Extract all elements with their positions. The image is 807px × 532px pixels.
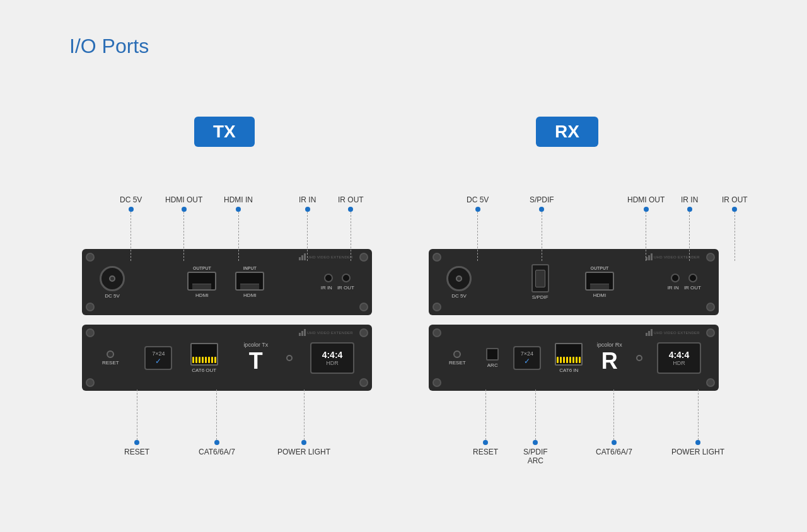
annotation-tx-ir-in-label: IR IN bbox=[299, 195, 316, 204]
line-rx-ir-in bbox=[689, 212, 690, 261]
annotation-rx-dc5v: DC 5V bbox=[467, 195, 489, 261]
annotation-rx-cat6: CAT6/6A/7 bbox=[596, 390, 632, 456]
line-rx-power bbox=[698, 390, 699, 440]
line-rx-hdmi-out bbox=[646, 212, 646, 261]
cat6-label: CAT6 IN bbox=[559, 367, 578, 373]
tx-color-badge: 4:4:4 HDR bbox=[310, 342, 354, 374]
dot-rx-spdif bbox=[539, 207, 544, 212]
tx-logo-icon: T bbox=[249, 348, 263, 374]
annotation-tx-dc5v: DC 5V bbox=[120, 195, 142, 261]
dot-tx-cat6 bbox=[214, 440, 219, 445]
contact7 bbox=[211, 357, 213, 363]
tx-ir-in-port bbox=[324, 274, 333, 282]
dot-rx-dc5v bbox=[475, 207, 480, 212]
ir-ports-row bbox=[671, 274, 697, 282]
rx-bottom-panel-inner: RESET ARC 7×24 ✓ bbox=[429, 325, 719, 391]
tx-ir-out-port bbox=[342, 274, 351, 282]
annotation-tx-hdmi-out-label: HDMI OUT bbox=[165, 195, 202, 204]
rx-arc-port: ARC bbox=[486, 348, 499, 368]
hdmi-out-connector bbox=[187, 272, 216, 291]
contact5 bbox=[205, 357, 207, 363]
check-badge-text: 7×24 bbox=[152, 350, 165, 357]
rj45-port bbox=[555, 343, 583, 366]
annotation-tx-cat6-label: CAT6/6A/7 bbox=[199, 448, 235, 456]
reset-label: RESET bbox=[102, 360, 119, 366]
dot-tx-hdmi-in bbox=[236, 207, 241, 212]
rx-bottom-panel: UHD VIDEO EXTENDER RESET ARC 7×24 ✓ bbox=[429, 325, 719, 391]
dot-tx-reset bbox=[134, 440, 139, 445]
annotation-rx-ir-in: IR IN bbox=[681, 195, 698, 261]
check-mark-icon: ✓ bbox=[155, 357, 161, 366]
annotation-rx-reset: RESET bbox=[473, 390, 498, 456]
tx-hdmi-in-port: INPUT HDMI bbox=[235, 266, 264, 298]
reset-button bbox=[107, 350, 114, 358]
rx-logo-icon: R bbox=[601, 348, 618, 374]
cat6-label: CAT6 OUT bbox=[192, 367, 216, 373]
annotation-tx-power-label: POWER LIGHT bbox=[277, 448, 330, 456]
contact4 bbox=[566, 357, 568, 363]
contact7 bbox=[576, 357, 578, 363]
hdmi-in-top-label: INPUT bbox=[243, 266, 257, 270]
spdif-label: S/PDIF bbox=[532, 294, 549, 300]
annotation-rx-hdmi-out-label: HDMI OUT bbox=[627, 195, 665, 204]
color-badge-sub: HDR bbox=[673, 360, 685, 366]
line-rx-spdif-arc bbox=[535, 390, 536, 440]
dot-rx-ir-in bbox=[687, 207, 692, 212]
annotation-rx-spdif-arc-label: S/PDIFARC bbox=[523, 448, 548, 465]
contact3 bbox=[199, 357, 200, 363]
rx-spdif-port: S/PDIF bbox=[531, 264, 549, 300]
tx-reset-port: RESET bbox=[102, 350, 119, 366]
hdmi-in-connector bbox=[235, 272, 264, 291]
contact5 bbox=[569, 357, 571, 363]
rx-power-port bbox=[636, 355, 642, 361]
contact4 bbox=[202, 357, 204, 363]
dc5v-label: DC 5V bbox=[105, 293, 120, 299]
dot-tx-power bbox=[301, 440, 306, 445]
annotation-rx-cat6-label: CAT6/6A/7 bbox=[596, 448, 632, 456]
color-badge-sub: HDR bbox=[326, 360, 339, 366]
rx-logo-block: ipcolor Rx R bbox=[597, 342, 622, 374]
tx-badge: TX bbox=[194, 117, 255, 147]
dot-rx-power bbox=[695, 440, 700, 445]
dc-port-inner bbox=[456, 275, 462, 282]
rx-check-badge: 7×24 ✓ bbox=[513, 346, 541, 370]
annotation-tx-power: POWER LIGHT bbox=[277, 390, 330, 456]
line-tx-reset bbox=[137, 390, 137, 440]
ir-out-label: IR OUT bbox=[684, 285, 701, 291]
dc5v-label: DC 5V bbox=[451, 293, 467, 299]
rx-ir-group: IR IN IR OUT bbox=[668, 274, 701, 291]
check-badge-text: 7×24 bbox=[521, 350, 533, 357]
spdif-switch bbox=[531, 264, 549, 292]
hdmi-out-connector bbox=[585, 272, 614, 291]
rx-badge: RX bbox=[536, 117, 598, 147]
rx-hdmi-out-port: OUTPUT HDMI bbox=[585, 266, 614, 298]
annotation-tx-reset-label: RESET bbox=[124, 448, 149, 456]
annotation-rx-spdif-arc: S/PDIFARC bbox=[523, 390, 548, 465]
line-rx-cat6 bbox=[613, 390, 614, 440]
line-tx-hdmi-out bbox=[183, 212, 184, 261]
rx-color-badge: 4:4:4 HDR bbox=[657, 342, 701, 374]
tx-bottom-panel: UHD VIDEO EXTENDER RESET 7×24 ✓ bbox=[82, 325, 372, 391]
annotation-rx-ir-out: IR OUT bbox=[722, 195, 748, 261]
annotation-tx-hdmi-out: HDMI OUT bbox=[165, 195, 202, 261]
line-tx-hdmi-in bbox=[238, 212, 239, 261]
check-mark-icon: ✓ bbox=[524, 357, 530, 366]
annotation-rx-power: POWER LIGHT bbox=[671, 390, 724, 456]
dot-tx-dc5v bbox=[129, 207, 134, 212]
rj45-port bbox=[190, 343, 218, 366]
dc-port bbox=[100, 266, 125, 291]
line-tx-ir-out bbox=[351, 212, 351, 261]
contact2 bbox=[195, 357, 197, 363]
annotation-rx-hdmi-out: HDMI OUT bbox=[627, 195, 665, 261]
power-light-indicator bbox=[286, 355, 293, 361]
annotation-rx-power-label: POWER LIGHT bbox=[671, 448, 724, 456]
reset-label: RESET bbox=[449, 360, 466, 366]
annotation-tx-ir-out-label: IR OUT bbox=[338, 195, 364, 204]
contact8 bbox=[214, 357, 216, 363]
annotation-rx-spdif: S/PDIF bbox=[530, 195, 554, 261]
annotation-rx-ir-in-label: IR IN bbox=[681, 195, 698, 204]
arc-label: ARC bbox=[487, 362, 498, 368]
dc-port-inner bbox=[109, 275, 115, 282]
hdmi-out-top-label: OUTPUT bbox=[193, 266, 211, 270]
tx-logo-block: ipcolor Tx T bbox=[243, 342, 268, 374]
